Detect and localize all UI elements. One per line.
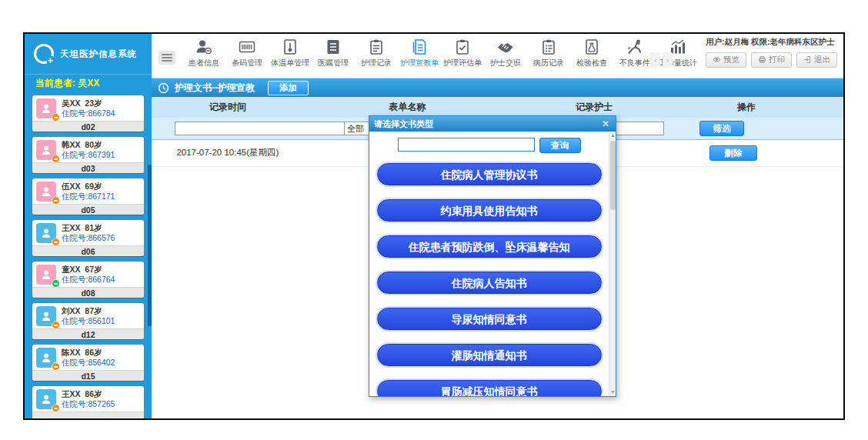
doc-type-button[interactable]: 住院病人告知书 (377, 272, 602, 294)
patient-avatar (36, 223, 56, 243)
patient-admission-no: 住院号:857265 (62, 399, 115, 409)
col-header-record-nurse: 记录护士 (511, 101, 677, 114)
delete-button[interactable]: 删除 (709, 145, 757, 161)
patient-avatar (36, 389, 56, 409)
dialog-scrollbar-thumb[interactable] (610, 141, 616, 210)
doc-type-button[interactable]: 导尿知情同意书 (377, 308, 602, 330)
patient-admission-no: 住院号:866764 (62, 275, 115, 285)
sidebar: 天坦医护信息系统 当前患者: 吴XX 吴XX 23岁 住院号:866784 d0… (25, 34, 152, 418)
logo-icon (34, 44, 54, 64)
patient-bed-no: d02 (32, 121, 144, 132)
toolbar-item-handshake[interactable]: 护士交班 (484, 38, 527, 68)
filter-form-select-value: 全部 (347, 123, 364, 135)
patient-card[interactable]: 王XX 86岁 住院号:857265 (32, 386, 144, 420)
doc-type-button[interactable]: 胃肠减压知情同意书 (377, 380, 602, 396)
patient-bed-no: d08 (32, 287, 144, 298)
patient-card[interactable]: 陈XX 86岁 住院号:856402 d15 (32, 345, 144, 381)
close-icon[interactable]: ✕ (600, 116, 611, 132)
status-badge (52, 196, 60, 205)
patient-name-age: 吴XX 23岁 (62, 98, 115, 108)
user-info-text: 用户:赵月梅 权限:老年病科东区护士 (706, 37, 837, 48)
toolbar-item-label: 护理记录 (361, 58, 392, 68)
doc-type-list: 住院病人管理协议书约束用具使用告知书住院患者预防跌倒、坠床温馨告知住院病人告知书… (369, 163, 609, 396)
patient-card[interactable]: 刘XX 87岁 住院号:856101 d12 (32, 303, 144, 339)
filter-time-input[interactable] (175, 122, 348, 135)
toolbar-item-lab-test[interactable]: 检验检查 (570, 38, 613, 68)
dialog-scrollbar[interactable]: ▲ ▼ (609, 132, 616, 396)
doc-type-button[interactable]: 约束用具使用告知书 (377, 199, 602, 222)
sidebar-scrollbar[interactable] (148, 165, 152, 326)
patient-bed-no: d15 (32, 370, 144, 381)
toolbar-nav: 患者信息 条码管理 体温单管理 医嘱管理 护理记录 护理宣教单 护理评估单 护士… (182, 38, 699, 68)
status-badge (52, 321, 60, 329)
toolbar-item-nursing-record[interactable]: 护理记录 (355, 38, 398, 68)
doc-type-search-input[interactable] (398, 138, 535, 152)
patient-avatar (36, 348, 56, 368)
add-button[interactable]: 添加 (268, 81, 309, 95)
adverse-event-icon (626, 38, 644, 56)
toolbar-item-label: 医嘱管理 (318, 58, 349, 68)
patient-avatar (36, 265, 56, 285)
toolbar-item-barcode[interactable]: 条码管理 (225, 38, 269, 68)
patient-card[interactable]: 吴XX 23岁 住院号:866784 d02 (32, 95, 144, 132)
toolbar-item-medical-record[interactable]: 病历记录 (527, 38, 570, 68)
doc-type-button[interactable]: 灌肠知情通知书 (377, 344, 602, 366)
logout-button[interactable]: 退出 (796, 52, 837, 68)
toolbar-item-label: 不良事件 (619, 58, 650, 68)
toolbar-item-label: 体温单管理 (271, 58, 309, 68)
dialog-title: 请选择文书类型 (374, 116, 433, 132)
patient-admission-no: 住院号:856402 (62, 358, 115, 368)
query-button[interactable]: 查询 (539, 138, 581, 153)
patient-admission-no: 住院号:866576 (62, 233, 115, 243)
toolbar-item-label: 患者信息 (189, 58, 219, 68)
toolbar-item-thermometer-doc[interactable]: 体温单管理 (269, 38, 312, 68)
toolbar-item-assessment-doc[interactable]: 护理评估单 (441, 38, 484, 68)
doc-type-dialog: 请选择文书类型 ✕ 查询 住院病人管理协议书约束用具使用告知书住院患者预防跌倒、… (369, 115, 616, 397)
patient-bed-no: d06 (32, 245, 144, 256)
scroll-down-icon[interactable]: ▼ (609, 388, 616, 396)
printer-icon (758, 55, 766, 65)
toolbar-item-label: 护理宣教单 (400, 58, 439, 68)
user-buttons: 预览 打印 退出 (706, 52, 837, 68)
patient-admission-no: 住院号:867171 (62, 192, 115, 202)
doc-type-button[interactable]: 住院患者预防跌倒、坠床温馨告知 (377, 235, 602, 258)
patient-name-age: 陈XX 86岁 (62, 348, 115, 358)
filter-button[interactable]: 筛选 (699, 121, 744, 136)
menu-toggle-icon[interactable] (159, 51, 175, 65)
preview-button[interactable]: 预览 (706, 52, 746, 68)
patient-bed-no: d03 (32, 162, 144, 173)
toolbar-item-label: 护士交班 (490, 58, 521, 68)
app-window: 天坦医护信息系统 当前患者: 吴XX 吴XX 23岁 住院号:866784 d0… (23, 32, 845, 420)
patient-name-age: 韩XX 80岁 (62, 140, 115, 150)
patient-avatar (36, 306, 56, 326)
toolbar-item-orders-doc[interactable]: 医嘱管理 (312, 38, 355, 68)
patient-admission-no: 住院号:856101 (62, 316, 115, 326)
patient-avatar (36, 140, 56, 160)
status-badge (52, 113, 60, 122)
assessment-doc-icon (453, 38, 472, 56)
scroll-up-icon[interactable]: ▲ (609, 132, 616, 139)
patient-card[interactable]: 韩XX 80岁 住院号:867391 d03 (32, 137, 144, 173)
print-button[interactable]: 打印 (751, 52, 792, 68)
doc-type-button[interactable]: 住院病人管理协议书 (377, 163, 602, 185)
logout-icon (803, 55, 812, 65)
toolbar-item-education-doc[interactable]: 护理宣教单 (398, 38, 441, 68)
user-area: 用户:赵月梅 权限:老年病科东区护士 预览 打印 退出 (706, 37, 837, 68)
patient-card[interactable]: 伍XX 69岁 住院号:867171 d05 (32, 178, 144, 215)
col-header-actions: 操作 (677, 101, 816, 114)
education-doc-icon (410, 38, 429, 56)
patient-info-icon (195, 38, 213, 56)
patient-card[interactable]: 王XX 81岁 住院号:866576 d06 (32, 220, 144, 256)
patient-name-age: 王XX 81岁 (62, 223, 115, 233)
patient-name-age: 童XX 67岁 (62, 265, 115, 275)
status-badge (52, 279, 60, 288)
toolbar-item-patient-info[interactable]: 患者信息 (182, 38, 225, 68)
pager-prev-icon[interactable]: ‹ (650, 52, 660, 68)
dialog-titlebar: 请选择文书类型 ✕ (369, 116, 616, 132)
patient-card[interactable]: 童XX 67岁 住院号:866764 d08 (32, 262, 144, 298)
toolbar-item-label: 条码管理 (232, 58, 262, 68)
nursing-record-icon (367, 38, 386, 56)
eye-icon (713, 55, 721, 65)
thermometer-doc-icon (281, 38, 299, 56)
pager-next-icon[interactable]: › (663, 52, 673, 68)
